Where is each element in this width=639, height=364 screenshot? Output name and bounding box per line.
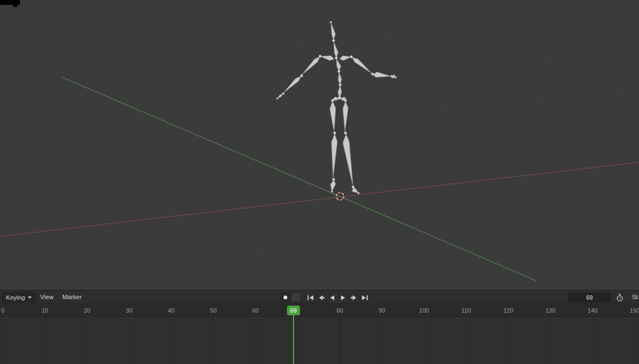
frame-gridline xyxy=(3,317,3,364)
jump-to-end-button[interactable] xyxy=(359,293,370,302)
timeline-header: Keying View Marker 69 St xyxy=(0,290,639,304)
x-axis-line xyxy=(0,162,639,236)
frame-gridline xyxy=(635,317,635,364)
ruler-tick-label: 0 xyxy=(1,307,4,314)
ruler-tick-label: 130 xyxy=(545,307,555,314)
3d-viewport[interactable] xyxy=(0,0,639,290)
ruler-tick-label: 40 xyxy=(168,307,174,314)
bone xyxy=(331,22,336,40)
ruler-tick-label: 50 xyxy=(210,307,217,314)
menu-marker[interactable]: Marker xyxy=(59,290,85,305)
jump-to-start-icon xyxy=(307,295,314,301)
frame-gridline xyxy=(87,317,88,364)
ruler-tick-label: 60 xyxy=(252,307,259,314)
bone xyxy=(343,101,348,132)
start-field-label: St xyxy=(632,290,638,305)
play-forward-icon xyxy=(340,295,347,301)
ruler-tick-label: 120 xyxy=(503,307,513,314)
bone xyxy=(338,72,342,85)
jump-to-end-icon xyxy=(361,295,368,301)
frame-gridline xyxy=(508,317,509,364)
next-keyframe-button[interactable] xyxy=(348,293,359,302)
bone xyxy=(343,134,353,187)
frame-gridline xyxy=(466,317,467,364)
next-keyframe-icon xyxy=(350,295,357,301)
ruler-tick-label: 150 xyxy=(630,307,639,314)
keying-set-button[interactable] xyxy=(291,293,302,302)
jump-to-start-button[interactable] xyxy=(305,293,316,302)
ruler-tick-label: 80 xyxy=(336,307,343,314)
bone xyxy=(340,56,351,61)
bone xyxy=(320,56,334,61)
timeline-editor: Keying View Marker 69 St xyxy=(0,290,639,364)
chevron-down-icon xyxy=(28,296,32,299)
bone xyxy=(302,57,320,75)
frame-gridline xyxy=(256,317,256,364)
frame-gridline xyxy=(45,317,45,364)
play-forward-button[interactable] xyxy=(337,293,348,302)
bone xyxy=(334,41,338,58)
frame-gridline xyxy=(171,317,172,364)
timeline-ruler[interactable]: 69 01020304050608090100110120130140150 xyxy=(0,304,639,317)
ruler-tick-label: 10 xyxy=(42,307,48,314)
ruler-tick-label: 100 xyxy=(419,307,429,314)
ruler-tick-label: 20 xyxy=(83,307,90,314)
play-reverse-icon xyxy=(329,295,336,301)
stopwatch-icon xyxy=(616,294,624,302)
selected-bone-point[interactable] xyxy=(338,95,341,97)
auto-keying-group xyxy=(280,293,302,302)
auto-keying-button[interactable] xyxy=(281,293,291,302)
playback-controls xyxy=(305,293,370,302)
viewport-scene xyxy=(0,0,639,290)
bone xyxy=(331,134,337,178)
armature-bones[interactable] xyxy=(277,22,396,193)
floor-grid xyxy=(0,0,639,290)
frame-gridline xyxy=(424,317,425,364)
bone xyxy=(336,58,341,71)
ruler-tick-label: 110 xyxy=(461,307,471,314)
ruler-tick-label: 90 xyxy=(379,307,385,314)
frame-gridline xyxy=(213,317,214,364)
record-icon xyxy=(283,295,288,300)
playhead-line[interactable] xyxy=(293,315,294,364)
previous-keyframe-icon xyxy=(318,295,325,301)
corner-artifact-dot xyxy=(13,5,17,7)
frame-gridline xyxy=(382,317,382,364)
bone xyxy=(283,76,301,93)
frame-gridline xyxy=(129,317,129,364)
previous-keyframe-button[interactable] xyxy=(316,293,327,302)
bone xyxy=(373,72,391,77)
keying-label: Keying xyxy=(6,294,25,301)
bone xyxy=(330,180,336,191)
frame-gridline xyxy=(340,317,340,364)
current-frame-field[interactable]: 69 xyxy=(568,293,611,302)
stopwatch-button[interactable] xyxy=(615,293,624,302)
timeline-tracks[interactable] xyxy=(0,317,639,364)
frame-gridline xyxy=(550,317,551,364)
keying-dropdown[interactable]: Keying xyxy=(2,292,36,302)
bone xyxy=(352,57,372,74)
frame-gridline xyxy=(592,317,593,364)
ruler-tick-label: 140 xyxy=(588,307,597,314)
menu-view[interactable]: View xyxy=(37,290,57,305)
bone xyxy=(330,101,336,132)
corner-artifact xyxy=(0,0,20,5)
current-frame-badge[interactable]: 69 xyxy=(287,306,300,315)
frame-gridline xyxy=(298,317,298,364)
play-reverse-button[interactable] xyxy=(327,293,337,302)
ruler-tick-label: 30 xyxy=(126,307,132,314)
